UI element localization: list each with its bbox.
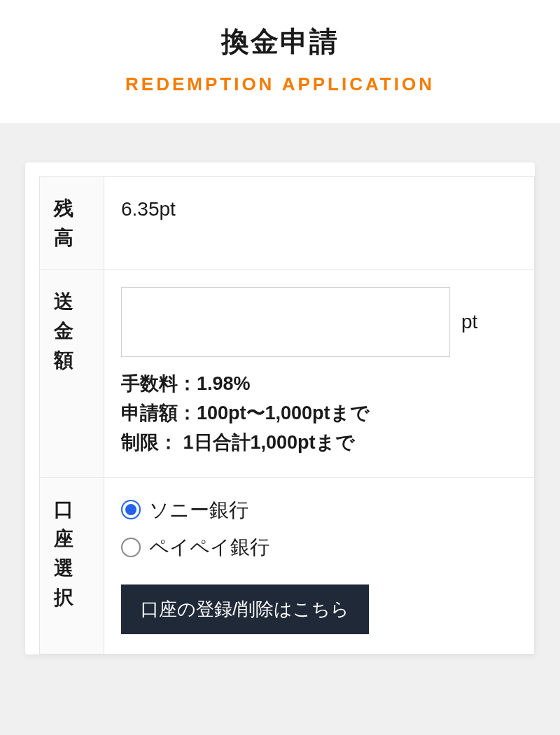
account-label: 口座選択	[40, 477, 104, 654]
amount-input[interactable]	[121, 287, 450, 357]
balance-row: 残高 6.35pt	[40, 177, 535, 270]
account-option-sony[interactable]: ソニー銀行	[121, 495, 520, 525]
amount-value-cell: pt 手数料：1.98% 申請額：100pt〜1,000ptまで 制限： 1日合…	[104, 270, 535, 478]
form-table: 残高 6.35pt 送金額 pt 手数料：1.98% 申請額：100pt〜1,0…	[39, 176, 535, 654]
form-card: 残高 6.35pt 送金額 pt 手数料：1.98% 申請額：100pt〜1,0…	[25, 162, 535, 654]
page-header: 換金申請 REDEMPTION APPLICATION	[0, 0, 560, 123]
amount-row: 送金額 pt 手数料：1.98% 申請額：100pt〜1,000ptまで 制限：…	[40, 270, 535, 478]
radio-icon	[121, 500, 141, 519]
manage-accounts-button[interactable]: 口座の登録/削除はこちら	[121, 584, 369, 634]
balance-value-cell: 6.35pt	[104, 177, 535, 270]
page-title-jp: 換金申請	[0, 22, 560, 61]
account-option-label: ソニー銀行	[149, 495, 248, 525]
content-wrapper: 残高 6.35pt 送金額 pt 手数料：1.98% 申請額：100pt〜1,0…	[0, 123, 560, 654]
balance-label: 残高	[40, 177, 104, 270]
range-info: 申請額：100pt〜1,000ptまで	[121, 399, 520, 428]
account-row: 口座選択 ソニー銀行 ペイペイ銀行 口座の登録/削除はこちら	[40, 477, 535, 654]
account-option-label: ペイペイ銀行	[149, 532, 270, 562]
amount-unit: pt	[461, 307, 477, 337]
page-title-en: REDEMPTION APPLICATION	[0, 74, 560, 95]
fee-info: 手数料：1.98%	[121, 370, 520, 399]
limit-info: 制限： 1日合計1,000ptまで	[121, 428, 520, 458]
account-value-cell: ソニー銀行 ペイペイ銀行 口座の登録/削除はこちら	[104, 477, 535, 654]
radio-icon	[121, 538, 141, 557]
balance-value: 6.35pt	[121, 198, 176, 220]
amount-label: 送金額	[40, 270, 104, 478]
account-option-paypay[interactable]: ペイペイ銀行	[121, 532, 520, 562]
